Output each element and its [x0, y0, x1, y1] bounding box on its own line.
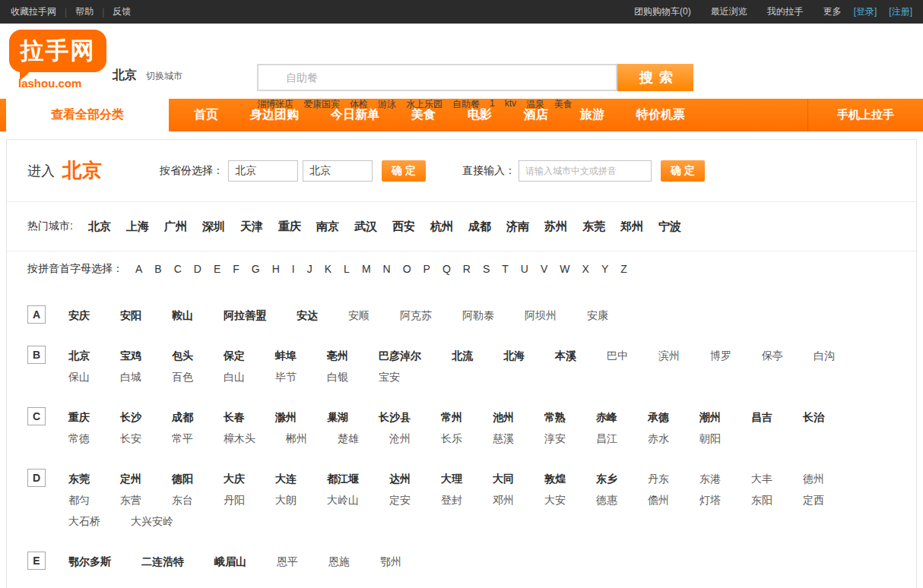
city-link[interactable]: 滨州 — [658, 346, 680, 366]
search-input[interactable] — [257, 64, 617, 91]
city-link[interactable]: 白山 — [224, 367, 245, 387]
hot-search-link[interactable]: 温泉 — [526, 98, 544, 111]
letter-link[interactable]: Y — [601, 263, 608, 275]
city-link[interactable]: 都匀 — [68, 490, 90, 511]
city-link[interactable]: 慈溪 — [493, 428, 514, 449]
city-link[interactable]: 北海 — [503, 346, 525, 366]
city-link[interactable]: 大庆 — [224, 469, 245, 489]
city-link[interactable]: 长沙县 — [379, 407, 411, 428]
register-link[interactable]: [注册] — [889, 5, 912, 18]
topbar-link[interactable]: 反馈 — [113, 5, 131, 18]
letter-link[interactable]: G — [252, 263, 260, 275]
hot-city-link[interactable]: 天津 — [240, 220, 263, 234]
city-link[interactable]: 东台 — [172, 490, 193, 511]
city-link[interactable]: 安康 — [587, 305, 608, 326]
city-link[interactable]: 白城 — [120, 367, 141, 387]
letter-link[interactable]: V — [541, 263, 547, 275]
city-link[interactable]: 长乐 — [441, 428, 462, 449]
city-name-input[interactable] — [519, 160, 652, 182]
province-select[interactable]: 北京 — [228, 160, 298, 182]
city-link[interactable]: 大岭山 — [327, 490, 359, 511]
letter-link[interactable]: X — [582, 263, 589, 275]
city-link[interactable]: 鄂州 — [380, 552, 401, 572]
city-link[interactable]: 都江堰 — [327, 469, 359, 489]
city-link[interactable]: 定州 — [120, 469, 141, 489]
city-link[interactable]: 巢湖 — [327, 407, 348, 428]
city-link[interactable]: 东乡 — [596, 469, 617, 489]
topbar-link[interactable]: 更多 — [823, 5, 842, 18]
city-link[interactable]: 承德 — [648, 407, 669, 428]
switch-city-link[interactable]: 切换城市 — [146, 70, 182, 83]
city-link[interactable]: 阿拉善盟 — [224, 305, 266, 326]
city-link[interactable]: 昌吉 — [751, 407, 772, 428]
city-link[interactable]: 丹阳 — [224, 490, 245, 511]
topbar-link[interactable]: 最近浏览 — [711, 5, 747, 18]
city-link[interactable]: 邓州 — [493, 490, 514, 511]
city-link[interactable]: 峨眉山 — [214, 552, 246, 572]
city-link[interactable]: 白银 — [327, 367, 348, 387]
city-link[interactable]: 阿勒泰 — [462, 305, 494, 326]
hot-city-link[interactable]: 成都 — [468, 220, 491, 234]
city-link[interactable]: 德阳 — [172, 469, 193, 489]
city-link[interactable]: 定安 — [389, 490, 411, 511]
city-link[interactable]: 安阳 — [120, 305, 141, 326]
hot-search-link[interactable]: 淄博张店 — [257, 98, 293, 111]
city-link[interactable]: 东港 — [699, 469, 721, 489]
city-link[interactable]: 大石桥 — [68, 511, 100, 532]
city-link[interactable]: 长治 — [803, 407, 824, 428]
hot-search-link[interactable]: 体检 — [350, 98, 368, 111]
city-link[interactable]: 长春 — [224, 407, 245, 428]
city-link[interactable]: 潮州 — [699, 407, 721, 428]
letter-link[interactable]: O — [403, 263, 411, 275]
city-link[interactable]: 赤峰 — [596, 407, 617, 428]
city-link[interactable]: 敦煌 — [544, 469, 566, 489]
city-link[interactable]: 大丰 — [751, 469, 772, 489]
letter-link[interactable]: L — [344, 263, 350, 275]
hot-city-link[interactable]: 上海 — [126, 220, 149, 234]
city-link[interactable]: 保定 — [224, 346, 245, 366]
city-link[interactable]: 恩平 — [277, 552, 298, 572]
city-link[interactable]: 宝鸡 — [120, 346, 141, 366]
letter-link[interactable]: A — [135, 263, 142, 275]
city-link[interactable]: 丹东 — [648, 469, 669, 489]
direct-confirm-button[interactable]: 确 定 — [661, 160, 705, 182]
topbar-link[interactable]: 收藏拉手网 — [11, 5, 56, 18]
hot-search-link[interactable]: 爱康国宾 — [303, 98, 340, 111]
city-link[interactable]: 常州 — [441, 407, 462, 428]
city-link[interactable]: 大朗 — [275, 490, 297, 511]
city-link[interactable]: 常德 — [68, 428, 90, 449]
letter-link[interactable]: B — [154, 263, 161, 275]
letter-link[interactable]: H — [272, 263, 280, 275]
city-link[interactable]: 大安 — [544, 490, 566, 511]
city-link[interactable]: 灯塔 — [699, 490, 721, 511]
hot-city-link[interactable]: 南京 — [316, 220, 339, 234]
city-link[interactable]: 北京 — [68, 346, 90, 366]
city-link[interactable]: 包头 — [172, 346, 193, 366]
letter-link[interactable]: Z — [620, 263, 627, 275]
province-confirm-button[interactable]: 确 定 — [382, 160, 426, 182]
hot-search-link[interactable]: 游泳 — [378, 98, 396, 111]
city-link[interactable]: 大同 — [493, 469, 514, 489]
city-link[interactable]: 定西 — [803, 490, 824, 511]
letter-link[interactable]: W — [560, 263, 569, 275]
letter-link[interactable]: R — [463, 263, 471, 275]
hot-city-link[interactable]: 深圳 — [202, 220, 225, 234]
letter-link[interactable]: N — [383, 263, 391, 275]
city-select[interactable]: 北京 — [303, 160, 373, 182]
letter-link[interactable]: C — [174, 263, 182, 275]
letter-link[interactable]: S — [483, 263, 490, 275]
city-link[interactable]: 淳安 — [544, 428, 566, 449]
city-link[interactable]: 常熟 — [544, 407, 566, 428]
city-link[interactable]: 大连 — [275, 469, 297, 489]
city-link[interactable]: 鞍山 — [172, 305, 193, 326]
city-link[interactable]: 巴彦淖尔 — [379, 346, 421, 366]
hot-city-link[interactable]: 济南 — [506, 220, 529, 234]
hot-city-link[interactable]: 苏州 — [544, 220, 567, 234]
city-link[interactable]: 大理 — [441, 469, 462, 489]
city-link[interactable]: 东营 — [120, 490, 141, 511]
hot-search-link[interactable]: 1 — [490, 98, 495, 111]
city-link[interactable]: 登封 — [441, 490, 462, 511]
hot-city-link[interactable]: 东莞 — [582, 220, 605, 234]
city-link[interactable]: 阿克苏 — [400, 305, 432, 326]
city-link[interactable]: 白沟 — [814, 346, 835, 366]
